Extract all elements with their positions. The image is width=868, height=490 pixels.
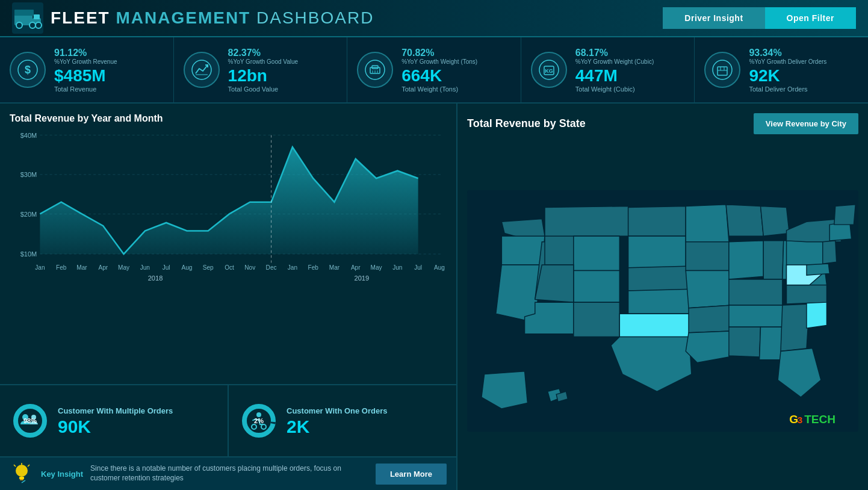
kpi-text-weight-cubic: 68.17% %YoY Growth Weight (Cubic) 447M T… bbox=[575, 48, 654, 93]
svg-point-64 bbox=[256, 412, 261, 417]
learn-more-button[interactable]: Learn More bbox=[376, 464, 447, 485]
one-order-percent: 2% bbox=[254, 417, 264, 424]
weight-tons-icon bbox=[364, 59, 386, 81]
svg-marker-81 bbox=[574, 271, 619, 303]
svg-rect-22 bbox=[718, 67, 727, 75]
kpi-text-weight-tons: 70.82% %YoY Growth Weight (Tons) 664K To… bbox=[401, 48, 477, 93]
svg-text:May: May bbox=[371, 264, 383, 271]
svg-text:Jul: Jul bbox=[163, 264, 170, 271]
svg-text:KG: KG bbox=[545, 68, 553, 74]
multiple-orders-title: Customer With Multiple Orders bbox=[58, 406, 173, 415]
svg-marker-96 bbox=[726, 205, 763, 237]
svg-text:$10M: $10M bbox=[20, 250, 37, 258]
svg-marker-105 bbox=[781, 304, 810, 351]
good-value-percent: 82.37% bbox=[228, 48, 299, 58]
svg-text:2019: 2019 bbox=[355, 274, 370, 282]
svg-rect-68 bbox=[19, 477, 24, 479]
svg-text:3: 3 bbox=[798, 415, 803, 425]
svg-marker-89 bbox=[619, 314, 690, 338]
svg-marker-94 bbox=[689, 305, 732, 333]
us-map-svg: G 3 TECH bbox=[467, 141, 858, 480]
map-title: Total Revenue by State bbox=[467, 117, 586, 130]
kg-icon: KG bbox=[538, 59, 560, 81]
header-logo: FLEET MANAGEMENT DASHBOARD bbox=[12, 2, 663, 34]
kpi-text-revenue: 91.12% %YoY Growth Revenue $485M Total R… bbox=[54, 48, 117, 93]
svg-marker-86 bbox=[628, 236, 686, 268]
weight-tons-icon-wrap bbox=[357, 52, 393, 88]
svg-text:TECH: TECH bbox=[804, 413, 835, 426]
svg-text:Jun: Jun bbox=[140, 264, 150, 271]
svg-text:$20M: $20M bbox=[20, 210, 37, 217]
one-order-text: Customer With One Orders 2K bbox=[287, 406, 387, 436]
one-order-icon-wrap: 2% bbox=[241, 403, 277, 439]
svg-text:$: $ bbox=[25, 64, 31, 76]
chart-section: Total Revenue by Year and Month $40M $30… bbox=[0, 104, 456, 384]
right-panel: Total Revenue by State View Revenue by C… bbox=[457, 104, 868, 490]
title-fleet: FLEET bbox=[51, 8, 110, 27]
svg-marker-104 bbox=[760, 327, 783, 359]
weight-cubic-sublabel: Total Weight (Cubic) bbox=[575, 85, 654, 93]
view-revenue-by-city-button[interactable]: View Revenue by City bbox=[754, 113, 858, 134]
header: FLEET MANAGEMENT DASHBOARD Driver Insigh… bbox=[0, 0, 868, 37]
svg-marker-92 bbox=[686, 242, 729, 271]
svg-text:Sep: Sep bbox=[203, 264, 214, 271]
svg-point-12 bbox=[365, 60, 385, 79]
kpi-card-good-value: 82.37% %YoY Growth Good Value 12bn Total… bbox=[174, 37, 348, 102]
svg-text:Aug: Aug bbox=[434, 264, 445, 271]
money-icon: $ bbox=[17, 59, 39, 81]
key-insight-bar: Key Insight Since there is a notable num… bbox=[0, 456, 456, 490]
weight-cubic-icon-wrap: KG bbox=[531, 52, 567, 88]
revenue-percent-label: %YoY Growth Revenue bbox=[54, 58, 117, 65]
multiple-orders-text: Customer With Multiple Orders 90K bbox=[58, 406, 173, 436]
weight-cubic-percent: 68.17% bbox=[575, 48, 654, 58]
insight-title-wrap: Key Insight bbox=[41, 470, 83, 479]
open-filter-button[interactable]: Open Filter bbox=[765, 7, 856, 29]
kpi-text-deliver-orders: 93.34% %YoY Growth Deliver Orders 92K To… bbox=[749, 48, 826, 93]
deliver-orders-percent: 93.34% bbox=[749, 48, 826, 58]
svg-marker-91 bbox=[686, 205, 729, 242]
svg-text:Mar: Mar bbox=[329, 264, 340, 271]
chart-area: $40M $30M $20M $10M bbox=[10, 129, 447, 285]
svg-text:May: May bbox=[118, 264, 130, 271]
left-panel: Total Revenue by Year and Month $40M $30… bbox=[0, 104, 457, 490]
kpi-row: $ 91.12% %YoY Growth Revenue $485M Total… bbox=[0, 37, 868, 104]
svg-rect-7 bbox=[14, 10, 34, 16]
svg-point-65 bbox=[252, 424, 256, 429]
title-dashboard: DASHBOARD bbox=[256, 8, 374, 27]
header-buttons: Driver Insight Open Filter bbox=[663, 7, 856, 29]
one-order-title: Customer With One Orders bbox=[287, 406, 387, 415]
svg-rect-69 bbox=[20, 479, 23, 480]
stat-card-multiple-orders: 98% Customer With Multiple Orders 90K bbox=[0, 385, 229, 456]
weight-tons-sublabel: Total Weight (Tons) bbox=[401, 85, 477, 93]
good-value-value: 12bn bbox=[228, 67, 299, 84]
weight-cubic-percent-label: %YoY Growth Weight (Cubic) bbox=[575, 58, 654, 65]
svg-text:$30M: $30M bbox=[20, 171, 37, 178]
map-container: G 3 TECH bbox=[467, 141, 858, 480]
kpi-card-revenue: $ 91.12% %YoY Growth Revenue $485M Total… bbox=[0, 37, 174, 102]
truck-icon bbox=[12, 2, 43, 34]
svg-text:Mar: Mar bbox=[76, 264, 87, 271]
svg-text:2018: 2018 bbox=[148, 274, 163, 282]
svg-marker-82 bbox=[535, 265, 574, 302]
driver-insight-button[interactable]: Driver Insight bbox=[663, 7, 764, 29]
map-header: Total Revenue by State View Revenue by C… bbox=[467, 113, 858, 134]
kpi-text-good-value: 82.37% %YoY Growth Good Value 12bn Total… bbox=[228, 48, 299, 93]
svg-marker-93 bbox=[686, 271, 731, 308]
chart-up-icon bbox=[191, 59, 212, 81]
svg-text:Jul: Jul bbox=[414, 264, 422, 271]
svg-marker-75 bbox=[501, 236, 545, 265]
svg-line-72 bbox=[28, 465, 29, 467]
svg-text:Dec: Dec bbox=[266, 264, 277, 271]
svg-marker-107 bbox=[807, 299, 826, 328]
svg-text:Apr: Apr bbox=[98, 264, 108, 271]
svg-marker-101 bbox=[729, 279, 783, 305]
kpi-card-weight-cubic: KG 68.17% %YoY Growth Weight (Cubic) 447… bbox=[521, 37, 695, 102]
svg-text:Aug: Aug bbox=[181, 264, 192, 271]
svg-marker-102 bbox=[729, 305, 783, 327]
good-value-percent-label: %YoY Growth Good Value bbox=[228, 58, 299, 65]
good-value-icon-wrap bbox=[184, 52, 220, 88]
weight-tons-value: 664K bbox=[401, 67, 477, 84]
stat-card-one-order: 2% Customer With One Orders 2K bbox=[229, 385, 456, 456]
multiple-orders-icon-wrap: 98% bbox=[12, 403, 48, 439]
svg-marker-98 bbox=[729, 241, 763, 279]
